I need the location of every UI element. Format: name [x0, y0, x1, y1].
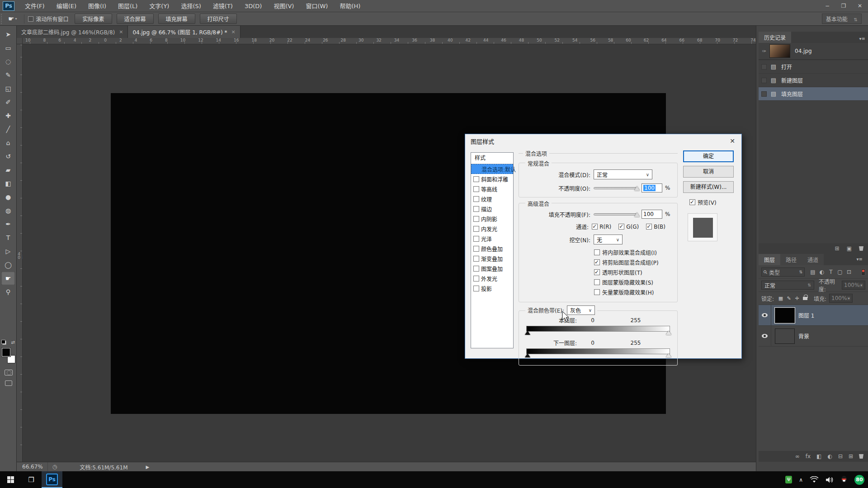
- style-item[interactable]: 图案叠加: [471, 263, 513, 273]
- menu-item[interactable]: 编辑(E): [51, 0, 82, 12]
- cancel-button[interactable]: 取消: [683, 166, 734, 178]
- style-checkbox[interactable]: [473, 266, 479, 272]
- advanced-option-row[interactable]: 矢量蒙版隐藏效果(H): [594, 288, 673, 296]
- swap-swatches-icon[interactable]: ⇄: [11, 340, 15, 345]
- advanced-option-row[interactable]: 将剪贴图层混合成组(P): [594, 258, 673, 266]
- new-snapshot-icon[interactable]: ▣: [847, 245, 852, 252]
- black-slider-handle[interactable]: [525, 353, 530, 357]
- menu-item[interactable]: 图层(L): [112, 0, 143, 12]
- dodge-tool[interactable]: ◍: [1, 204, 15, 217]
- layer-filter-type-select[interactable]: ⚲ 类型 ⇅: [761, 267, 805, 277]
- photoshop-taskbar-button[interactable]: Ps: [42, 471, 62, 488]
- style-checkbox[interactable]: [473, 286, 479, 291]
- tray-expand-icon[interactable]: ∧: [799, 477, 803, 483]
- new-style-button[interactable]: 新建样式(W)...: [683, 181, 734, 193]
- advanced-option-row[interactable]: 将内部效果混合成组(I): [594, 249, 673, 256]
- document-tab[interactable]: 文章底部二维码.jpg @ 146%(RGB/8) ×: [17, 26, 128, 38]
- layer-thumbnail[interactable]: [775, 308, 795, 323]
- style-item[interactable]: 投影: [471, 283, 513, 293]
- style-checkbox[interactable]: [473, 216, 479, 222]
- lock-transparent-pixels-icon[interactable]: ▦: [777, 296, 785, 301]
- channel-option[interactable]: G(G): [618, 224, 639, 230]
- opacity-input[interactable]: 100: [642, 183, 662, 192]
- filter-shape-icon[interactable]: ▢: [835, 269, 844, 275]
- layer-thumbnail[interactable]: [775, 328, 795, 344]
- quick-selection-tool[interactable]: ✎: [1, 68, 15, 82]
- document-tab[interactable]: 04.jpg @ 66.7% (图层 1, RGB/8#) * ×: [128, 26, 240, 38]
- channel-option[interactable]: B(B): [646, 224, 665, 230]
- preview-option[interactable]: 预览(V): [689, 198, 737, 206]
- filter-adjustment-icon[interactable]: ◐: [817, 269, 826, 275]
- new-document-from-state-icon[interactable]: ⊞: [835, 245, 840, 252]
- clone-stamp-tool[interactable]: ⌂: [1, 136, 15, 150]
- options-button[interactable]: 填充屏幕: [158, 14, 195, 24]
- layers-panel-tab[interactable]: 通道: [802, 254, 824, 265]
- style-checkbox[interactable]: [473, 176, 479, 182]
- preview-checkbox[interactable]: [689, 199, 695, 205]
- tab-close-icon[interactable]: ×: [231, 29, 236, 35]
- layer-row[interactable]: 图层 1: [759, 305, 868, 326]
- new-group-icon[interactable]: ⊟: [838, 453, 843, 460]
- layers-panel-tab[interactable]: 图层: [759, 254, 780, 265]
- add-layer-mask-icon[interactable]: ◧: [816, 453, 821, 460]
- start-button[interactable]: [0, 471, 21, 488]
- zoom-level-field[interactable]: 66.67%: [17, 462, 48, 471]
- speaker-icon[interactable]: [826, 476, 834, 483]
- task-view-button[interactable]: ❐: [21, 471, 42, 488]
- eyedropper-tool[interactable]: ✐: [1, 95, 15, 109]
- layers-panel-tab[interactable]: 路径: [780, 254, 802, 265]
- pen-tool[interactable]: ✒: [1, 217, 15, 231]
- history-state-row[interactable]: ▤ 打开: [759, 60, 868, 74]
- style-item[interactable]: 渐变叠加: [471, 253, 513, 263]
- health-score-badge[interactable]: 80: [854, 475, 864, 485]
- lock-image-pixels-icon[interactable]: ✎: [785, 296, 793, 301]
- status-options-arrow-icon[interactable]: ▶: [146, 465, 149, 469]
- marquee-tool[interactable]: ▭: [1, 41, 15, 55]
- fill-opacity-input[interactable]: 100: [642, 210, 662, 219]
- screen-mode-button[interactable]: [5, 380, 12, 386]
- style-checkbox[interactable]: [473, 276, 479, 282]
- opacity-slider[interactable]: [594, 187, 638, 189]
- fill-opacity-slider[interactable]: [594, 213, 638, 216]
- advanced-option-row[interactable]: 透明形状图层(T): [594, 268, 673, 276]
- white-slider-handle[interactable]: [666, 353, 671, 357]
- style-checkbox[interactable]: [473, 206, 479, 212]
- style-item[interactable]: 斜面和浮雕: [471, 174, 513, 184]
- restore-button[interactable]: ❐: [835, 0, 852, 12]
- layer-row[interactable]: 背景: [759, 326, 868, 347]
- history-snapshot-row[interactable]: ✑ 04.jpg: [759, 43, 868, 60]
- option-checkbox[interactable]: [594, 279, 600, 285]
- delete-state-icon[interactable]: [859, 246, 863, 251]
- style-item[interactable]: 内发光: [471, 224, 513, 234]
- menu-item[interactable]: 窗口(W): [300, 0, 334, 12]
- dialog-title-bar[interactable]: 图层样式 ✕: [465, 134, 741, 148]
- channel-checkbox[interactable]: [646, 224, 652, 230]
- dropdown-arrow-icon[interactable]: ▾: [847, 296, 850, 300]
- black-slider-handle[interactable]: [525, 331, 530, 335]
- usb-device-icon[interactable]: Ψ: [785, 476, 792, 483]
- menu-item[interactable]: 文件(F): [19, 0, 51, 12]
- style-checkbox[interactable]: [473, 246, 479, 252]
- layer-visibility-toggle[interactable]: [759, 326, 771, 346]
- brush-tool[interactable]: ╱: [1, 122, 15, 136]
- type-tool[interactable]: T: [1, 231, 15, 244]
- menu-item[interactable]: 3D(D): [239, 0, 268, 12]
- dialog-close-icon[interactable]: ✕: [730, 137, 735, 145]
- option-checkbox[interactable]: [594, 259, 600, 265]
- style-checkbox[interactable]: [473, 256, 479, 262]
- zoom-tool[interactable]: ⚲: [1, 285, 15, 299]
- option-checkbox[interactable]: [594, 289, 600, 295]
- menu-item[interactable]: 帮助(H): [334, 0, 366, 12]
- filter-smart-object-icon[interactable]: ⊡: [844, 269, 854, 275]
- hand-tool-icon[interactable]: ☛: [8, 15, 14, 23]
- history-state-row[interactable]: ▤ 填充图层: [759, 87, 868, 101]
- style-item[interactable]: 等高线: [471, 184, 513, 194]
- option-checkbox[interactable]: [594, 249, 600, 255]
- ok-button[interactable]: 确定: [683, 150, 734, 162]
- lasso-tool[interactable]: ◌: [1, 55, 15, 68]
- filter-toggle-switch[interactable]: [861, 268, 865, 276]
- white-slider-handle[interactable]: [666, 331, 671, 335]
- lock-position-icon[interactable]: ✛: [793, 296, 801, 301]
- quick-mask-button[interactable]: [5, 370, 13, 375]
- minimize-button[interactable]: −: [819, 0, 835, 12]
